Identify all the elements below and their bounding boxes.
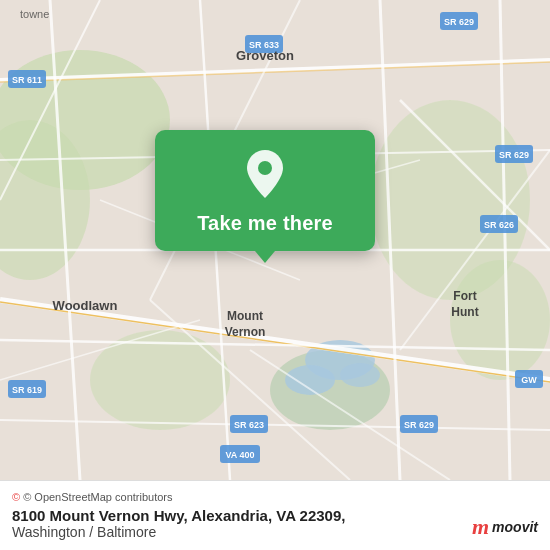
osm-attribution-text: © OpenStreetMap contributors — [23, 491, 172, 503]
svg-text:SR 619: SR 619 — [12, 385, 42, 395]
moovit-logo: m moovit — [472, 514, 538, 540]
location-pin-icon — [239, 148, 291, 200]
svg-text:Woodlawn: Woodlawn — [53, 298, 118, 313]
svg-text:SR 629: SR 629 — [444, 17, 474, 27]
take-me-there-label[interactable]: Take me there — [197, 212, 333, 235]
svg-text:VA 400: VA 400 — [225, 450, 254, 460]
svg-point-8 — [285, 365, 335, 395]
svg-point-9 — [340, 363, 380, 387]
svg-text:Groveton: Groveton — [236, 48, 294, 63]
svg-text:Fort: Fort — [453, 289, 476, 303]
moovit-m-icon: m — [472, 514, 489, 540]
svg-text:SR 629: SR 629 — [499, 150, 529, 160]
city-line: Washington / Baltimore — [12, 524, 538, 540]
moovit-text: moovit — [492, 519, 538, 535]
svg-text:Hunt: Hunt — [451, 305, 478, 319]
svg-text:towne: towne — [20, 8, 49, 20]
address-line: 8100 Mount Vernon Hwy, Alexandria, VA 22… — [12, 507, 538, 524]
svg-text:GW: GW — [521, 375, 537, 385]
svg-point-6 — [450, 260, 550, 380]
footer-bar: © © OpenStreetMap contributors 8100 Moun… — [0, 480, 550, 550]
svg-point-58 — [258, 161, 272, 175]
svg-text:Vernon: Vernon — [225, 325, 266, 339]
svg-text:SR 623: SR 623 — [234, 420, 264, 430]
osm-attribution: © © OpenStreetMap contributors — [12, 491, 538, 503]
svg-text:SR 629: SR 629 — [404, 420, 434, 430]
svg-text:Mount: Mount — [227, 309, 263, 323]
svg-text:SR 611: SR 611 — [12, 75, 42, 85]
map-container: SR 629 SR 633 SR 611 SR 629 SR 626 SR 62… — [0, 0, 550, 480]
take-me-there-card[interactable]: Take me there — [155, 130, 375, 251]
svg-text:SR 626: SR 626 — [484, 220, 514, 230]
